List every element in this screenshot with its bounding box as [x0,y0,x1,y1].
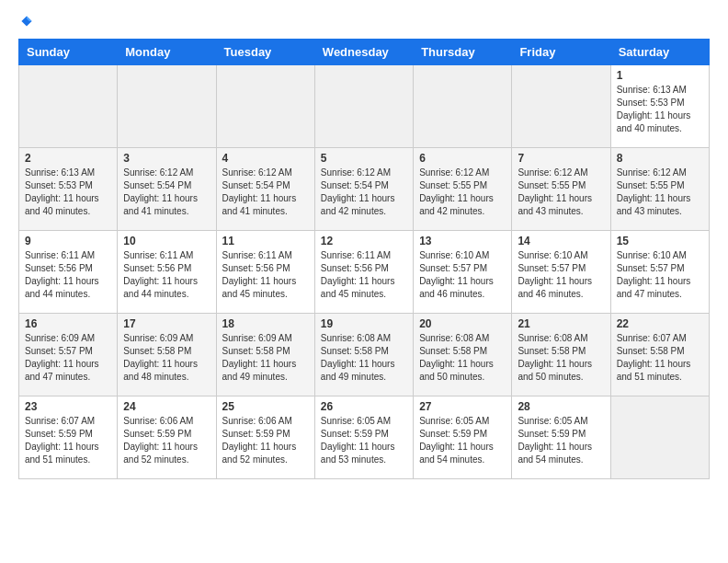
calendar-week-5: 23Sunrise: 6:07 AM Sunset: 5:59 PM Dayli… [19,396,710,479]
calendar-day [216,65,314,148]
day-number: 14 [518,235,604,247]
day-info: Sunrise: 6:12 AM Sunset: 5:54 PM Dayligh… [222,167,309,218]
day-info: Sunrise: 6:13 AM Sunset: 5:53 PM Dayligh… [25,167,111,218]
day-number: 4 [222,152,309,165]
day-number: 9 [25,235,111,247]
weekday-header-friday: Friday [512,40,610,65]
day-info: Sunrise: 6:11 AM Sunset: 5:56 PM Dayligh… [222,249,309,301]
day-number: 5 [321,152,407,165]
calendar-day: 10Sunrise: 6:11 AM Sunset: 5:56 PM Dayli… [118,231,216,314]
day-number: 20 [419,317,506,330]
weekday-header-tuesday: Tuesday [216,40,314,65]
logo [18,15,33,28]
day-number: 6 [419,152,506,165]
day-info: Sunrise: 6:09 AM Sunset: 5:57 PM Dayligh… [25,332,111,384]
day-info: Sunrise: 6:10 AM Sunset: 5:57 PM Dayligh… [518,249,604,301]
day-info: Sunrise: 6:11 AM Sunset: 5:56 PM Dayligh… [321,249,407,301]
calendar-day: 9Sunrise: 6:11 AM Sunset: 5:56 PM Daylig… [19,231,118,314]
calendar-day: 16Sunrise: 6:09 AM Sunset: 5:57 PM Dayli… [19,314,118,396]
day-number: 22 [617,317,703,330]
calendar-day: 20Sunrise: 6:08 AM Sunset: 5:58 PM Dayli… [414,314,512,396]
day-info: Sunrise: 6:11 AM Sunset: 5:56 PM Dayligh… [25,249,111,301]
day-info: Sunrise: 6:07 AM Sunset: 5:59 PM Dayligh… [25,415,111,466]
calendar-day: 7Sunrise: 6:12 AM Sunset: 5:55 PM Daylig… [512,148,610,231]
calendar-day [512,65,610,148]
calendar-week-4: 16Sunrise: 6:09 AM Sunset: 5:57 PM Dayli… [19,314,710,396]
calendar-day: 17Sunrise: 6:09 AM Sunset: 5:58 PM Dayli… [118,314,216,396]
weekday-header-saturday: Saturday [610,40,709,65]
calendar-day: 5Sunrise: 6:12 AM Sunset: 5:54 PM Daylig… [314,148,413,231]
day-info: Sunrise: 6:09 AM Sunset: 5:58 PM Dayligh… [222,332,309,384]
calendar-day: 12Sunrise: 6:11 AM Sunset: 5:56 PM Dayli… [314,231,413,314]
day-number: 1 [617,69,703,82]
calendar-day: 14Sunrise: 6:10 AM Sunset: 5:57 PM Dayli… [512,231,610,314]
calendar-day: 1Sunrise: 6:13 AM Sunset: 5:53 PM Daylig… [610,65,709,148]
day-info: Sunrise: 6:06 AM Sunset: 5:59 PM Dayligh… [222,415,309,466]
day-info: Sunrise: 6:12 AM Sunset: 5:54 PM Dayligh… [123,167,210,218]
weekday-header-wednesday: Wednesday [314,40,413,65]
weekday-header-monday: Monday [118,40,216,65]
day-number: 21 [518,317,604,330]
day-info: Sunrise: 6:12 AM Sunset: 5:55 PM Dayligh… [617,167,703,218]
day-info: Sunrise: 6:05 AM Sunset: 5:59 PM Dayligh… [419,415,506,466]
calendar-week-2: 2Sunrise: 6:13 AM Sunset: 5:53 PM Daylig… [19,148,710,231]
calendar-day: 25Sunrise: 6:06 AM Sunset: 5:59 PM Dayli… [216,396,314,479]
day-number: 18 [222,317,309,330]
day-info: Sunrise: 6:12 AM Sunset: 5:54 PM Dayligh… [321,167,407,218]
calendar-day: 21Sunrise: 6:08 AM Sunset: 5:58 PM Dayli… [512,314,610,396]
day-info: Sunrise: 6:13 AM Sunset: 5:53 PM Dayligh… [617,84,703,135]
calendar-day [19,65,118,148]
calendar-day [610,396,709,479]
day-number: 10 [123,235,210,247]
day-number: 23 [25,400,111,413]
day-number: 25 [222,400,309,413]
calendar-day: 27Sunrise: 6:05 AM Sunset: 5:59 PM Dayli… [414,396,512,479]
calendar-day: 4Sunrise: 6:12 AM Sunset: 5:54 PM Daylig… [216,148,314,231]
calendar-week-3: 9Sunrise: 6:11 AM Sunset: 5:56 PM Daylig… [19,231,710,314]
day-number: 15 [617,235,703,247]
calendar-day [314,65,413,148]
day-info: Sunrise: 6:05 AM Sunset: 5:59 PM Dayligh… [518,415,604,466]
calendar-day: 24Sunrise: 6:06 AM Sunset: 5:59 PM Dayli… [118,396,216,479]
day-info: Sunrise: 6:12 AM Sunset: 5:55 PM Dayligh… [518,167,604,218]
calendar-day: 28Sunrise: 6:05 AM Sunset: 5:59 PM Dayli… [512,396,610,479]
day-number: 27 [419,400,506,413]
day-number: 11 [222,235,309,247]
calendar-day: 22Sunrise: 6:07 AM Sunset: 5:58 PM Dayli… [610,314,709,396]
page-header [18,15,710,28]
calendar-header-row: SundayMondayTuesdayWednesdayThursdayFrid… [19,40,710,65]
day-info: Sunrise: 6:12 AM Sunset: 5:55 PM Dayligh… [419,167,506,218]
calendar-day: 2Sunrise: 6:13 AM Sunset: 5:53 PM Daylig… [19,148,118,231]
day-number: 8 [617,152,703,165]
day-number: 13 [419,235,506,247]
day-number: 28 [518,400,604,413]
weekday-header-thursday: Thursday [414,40,512,65]
day-number: 7 [518,152,604,165]
day-info: Sunrise: 6:08 AM Sunset: 5:58 PM Dayligh… [321,332,407,384]
day-number: 19 [321,317,407,330]
calendar-day: 15Sunrise: 6:10 AM Sunset: 5:57 PM Dayli… [610,231,709,314]
day-info: Sunrise: 6:06 AM Sunset: 5:59 PM Dayligh… [123,415,210,466]
day-number: 16 [25,317,111,330]
day-info: Sunrise: 6:08 AM Sunset: 5:58 PM Dayligh… [419,332,506,384]
calendar-day: 23Sunrise: 6:07 AM Sunset: 5:59 PM Dayli… [19,396,118,479]
day-info: Sunrise: 6:05 AM Sunset: 5:59 PM Dayligh… [321,415,407,466]
day-info: Sunrise: 6:08 AM Sunset: 5:58 PM Dayligh… [518,332,604,384]
day-number: 12 [321,235,407,247]
calendar-day: 11Sunrise: 6:11 AM Sunset: 5:56 PM Dayli… [216,231,314,314]
day-number: 24 [123,400,210,413]
calendar-day: 19Sunrise: 6:08 AM Sunset: 5:58 PM Dayli… [314,314,413,396]
calendar-week-1: 1Sunrise: 6:13 AM Sunset: 5:53 PM Daylig… [19,65,710,148]
day-info: Sunrise: 6:11 AM Sunset: 5:56 PM Dayligh… [123,249,210,301]
day-info: Sunrise: 6:09 AM Sunset: 5:58 PM Dayligh… [123,332,210,384]
day-info: Sunrise: 6:07 AM Sunset: 5:58 PM Dayligh… [617,332,703,384]
weekday-header-sunday: Sunday [19,40,118,65]
calendar-day [118,65,216,148]
day-number: 17 [123,317,210,330]
calendar-day: 6Sunrise: 6:12 AM Sunset: 5:55 PM Daylig… [414,148,512,231]
calendar-day: 26Sunrise: 6:05 AM Sunset: 5:59 PM Dayli… [314,396,413,479]
day-info: Sunrise: 6:10 AM Sunset: 5:57 PM Dayligh… [419,249,506,301]
calendar-day: 3Sunrise: 6:12 AM Sunset: 5:54 PM Daylig… [118,148,216,231]
logo-icon [20,15,33,28]
day-number: 3 [123,152,210,165]
